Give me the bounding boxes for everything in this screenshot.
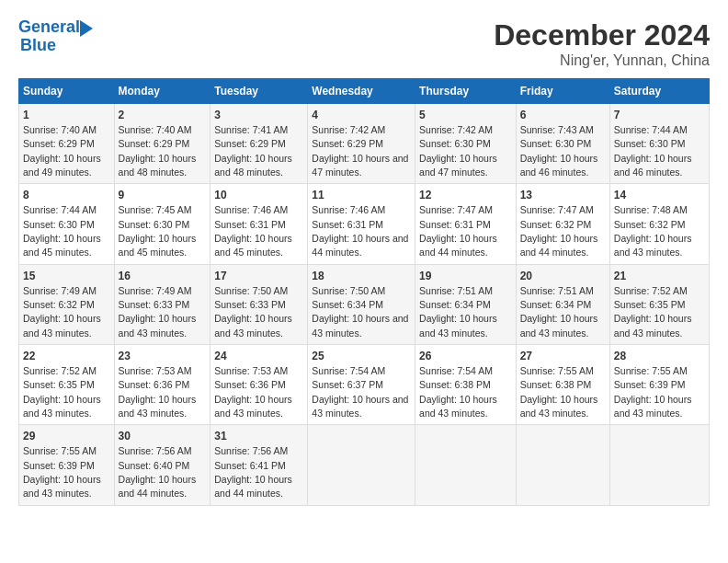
- logo: General Blue: [18, 18, 93, 55]
- table-row: [308, 425, 415, 505]
- table-row: 27Sunrise: 7:55 AMSunset: 6:38 PMDayligh…: [516, 345, 609, 425]
- table-row: 8Sunrise: 7:44 AMSunset: 6:30 PMDaylight…: [19, 184, 115, 264]
- table-row: 12Sunrise: 7:47 AMSunset: 6:31 PMDayligh…: [415, 184, 517, 264]
- table-row: 15Sunrise: 7:49 AMSunset: 6:32 PMDayligh…: [19, 264, 115, 344]
- table-row: 29Sunrise: 7:55 AMSunset: 6:39 PMDayligh…: [19, 425, 115, 505]
- col-saturday: Saturday: [609, 79, 709, 104]
- col-wednesday: Wednesday: [308, 79, 415, 104]
- table-row: 3Sunrise: 7:41 AMSunset: 6:29 PMDaylight…: [210, 104, 308, 184]
- table-row: 20Sunrise: 7:51 AMSunset: 6:34 PMDayligh…: [516, 264, 609, 344]
- calendar-row: 29Sunrise: 7:55 AMSunset: 6:39 PMDayligh…: [19, 425, 710, 505]
- col-thursday: Thursday: [415, 79, 517, 104]
- table-row: 1Sunrise: 7:40 AMSunset: 6:29 PMDaylight…: [19, 104, 115, 184]
- calendar-subtitle: Ning'er, Yunnan, China: [494, 52, 710, 69]
- table-row: 24Sunrise: 7:53 AMSunset: 6:36 PMDayligh…: [210, 345, 308, 425]
- table-row: [609, 425, 709, 505]
- header-row: Sunday Monday Tuesday Wednesday Thursday…: [19, 79, 710, 104]
- table-row: 30Sunrise: 7:56 AMSunset: 6:40 PMDayligh…: [114, 425, 210, 505]
- col-monday: Monday: [114, 79, 210, 104]
- calendar-row: 22Sunrise: 7:52 AMSunset: 6:35 PMDayligh…: [19, 345, 710, 425]
- table-row: 28Sunrise: 7:55 AMSunset: 6:39 PMDayligh…: [609, 345, 709, 425]
- table-row: 17Sunrise: 7:50 AMSunset: 6:33 PMDayligh…: [210, 264, 308, 344]
- col-sunday: Sunday: [19, 79, 115, 104]
- table-row: 21Sunrise: 7:52 AMSunset: 6:35 PMDayligh…: [609, 264, 709, 344]
- table-row: 2Sunrise: 7:40 AMSunset: 6:29 PMDaylight…: [114, 104, 210, 184]
- table-row: 9Sunrise: 7:45 AMSunset: 6:30 PMDaylight…: [114, 184, 210, 264]
- calendar-row: 15Sunrise: 7:49 AMSunset: 6:32 PMDayligh…: [19, 264, 710, 344]
- table-row: 6Sunrise: 7:43 AMSunset: 6:30 PMDaylight…: [516, 104, 609, 184]
- table-row: 10Sunrise: 7:46 AMSunset: 6:31 PMDayligh…: [210, 184, 308, 264]
- table-row: 23Sunrise: 7:53 AMSunset: 6:36 PMDayligh…: [114, 345, 210, 425]
- table-row: 13Sunrise: 7:47 AMSunset: 6:32 PMDayligh…: [516, 184, 609, 264]
- calendar-title: December 2024: [494, 18, 710, 52]
- table-row: 25Sunrise: 7:54 AMSunset: 6:37 PMDayligh…: [308, 345, 415, 425]
- table-row: [516, 425, 609, 505]
- table-row: 26Sunrise: 7:54 AMSunset: 6:38 PMDayligh…: [415, 345, 517, 425]
- logo-text-line2: Blue: [18, 37, 56, 55]
- title-block: December 2024 Ning'er, Yunnan, China: [494, 18, 710, 69]
- col-friday: Friday: [516, 79, 609, 104]
- table-row: 19Sunrise: 7:51 AMSunset: 6:34 PMDayligh…: [415, 264, 517, 344]
- logo-arrow-icon: [80, 20, 93, 37]
- table-row: 18Sunrise: 7:50 AMSunset: 6:34 PMDayligh…: [308, 264, 415, 344]
- table-row: [415, 425, 517, 505]
- table-row: 31Sunrise: 7:56 AMSunset: 6:41 PMDayligh…: [210, 425, 308, 505]
- calendar-table: Sunday Monday Tuesday Wednesday Thursday…: [18, 78, 710, 506]
- table-row: 4Sunrise: 7:42 AMSunset: 6:29 PMDaylight…: [308, 104, 415, 184]
- table-row: 16Sunrise: 7:49 AMSunset: 6:33 PMDayligh…: [114, 264, 210, 344]
- page-header: General Blue December 2024 Ning'er, Yunn…: [18, 18, 710, 69]
- table-row: 5Sunrise: 7:42 AMSunset: 6:30 PMDaylight…: [415, 104, 517, 184]
- calendar-row: 8Sunrise: 7:44 AMSunset: 6:30 PMDaylight…: [19, 184, 710, 264]
- col-tuesday: Tuesday: [210, 79, 308, 104]
- calendar-row: 1Sunrise: 7:40 AMSunset: 6:29 PMDaylight…: [19, 104, 710, 184]
- logo-text-line1: General: [18, 18, 80, 37]
- table-row: 22Sunrise: 7:52 AMSunset: 6:35 PMDayligh…: [19, 345, 115, 425]
- table-row: 14Sunrise: 7:48 AMSunset: 6:32 PMDayligh…: [609, 184, 709, 264]
- table-row: 11Sunrise: 7:46 AMSunset: 6:31 PMDayligh…: [308, 184, 415, 264]
- table-row: 7Sunrise: 7:44 AMSunset: 6:30 PMDaylight…: [609, 104, 709, 184]
